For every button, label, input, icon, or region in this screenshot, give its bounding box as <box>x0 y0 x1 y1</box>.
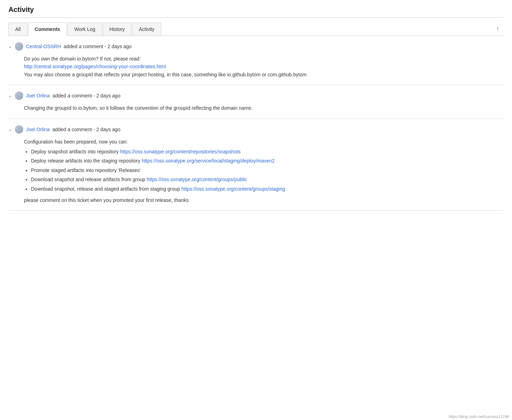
avatar <box>15 91 23 100</box>
activity-list: ⌄ Central OSSRH added a comment - 2 days… <box>8 36 504 211</box>
entry-meta: added a comment - 2 days ago <box>64 44 132 49</box>
page-title: Activity <box>8 6 504 18</box>
tab-history[interactable]: History <box>103 23 132 36</box>
tab-comments[interactable]: Comments <box>28 23 67 36</box>
chevron-down-icon[interactable]: ⌄ <box>8 127 12 132</box>
list-item-text: Download snapshot and release artifacts … <box>31 177 146 182</box>
tab-worklog[interactable]: Work Log <box>68 23 102 36</box>
author-name[interactable]: Joel Orlina <box>26 93 50 98</box>
entry-header: ⌄ Joel Orlina added a comment - 2 days a… <box>8 125 504 134</box>
tab-activity[interactable]: Activity <box>132 23 161 36</box>
list-item: Download snapshot and release artifacts … <box>31 176 504 183</box>
footer-url: https://blog.csdn.net/success11194 <box>449 414 509 419</box>
body-text: Changing the groupId to io.bytom, so it … <box>24 105 252 111</box>
tabs-bar: All Comments Work Log History Activity ↑ <box>8 23 504 36</box>
body-after: You may also choose a groupId that refle… <box>24 72 307 77</box>
list: Deploy snapshot artifacts into repositor… <box>31 148 504 193</box>
entry-header: ⌄ Central OSSRH added a comment - 2 days… <box>8 42 504 51</box>
entry-body: Changing the groupId to io.bytom, so it … <box>8 104 504 112</box>
avatar <box>15 42 23 51</box>
author-name[interactable]: Joel Orlina <box>26 127 50 132</box>
body-link[interactable]: http://central.sonatype.org/pages/choosi… <box>24 64 166 69</box>
page-container: Activity All Comments Work Log History A… <box>0 0 512 211</box>
chevron-down-icon[interactable]: ⌄ <box>8 44 12 49</box>
activity-entry: ⌄ Joel Orlina added a comment - 2 days a… <box>8 85 504 119</box>
list-item-link[interactable]: https://oss.sonatype.org/content/groups/… <box>181 186 285 192</box>
list-item-text: Deploy snapshot artifacts into repositor… <box>31 149 120 154</box>
entry-body: Do you own the domain io.bytom? If not, … <box>8 55 504 78</box>
avatar <box>15 125 23 134</box>
list-item-link[interactable]: https://oss.sonatype.org/content/groups/… <box>146 177 247 182</box>
entry-body: Configuration has been prepared, now you… <box>8 138 504 204</box>
intro-text: Configuration has been prepared, now you… <box>24 139 128 145</box>
list-item: Deploy release artifacts into the stagin… <box>31 157 504 165</box>
entry-meta: added a comment - 2 days ago <box>52 93 120 98</box>
list-item-text: Promote staged artifacts into repository… <box>31 167 141 173</box>
tab-all[interactable]: All <box>8 23 27 36</box>
list-item: Deploy snapshot artifacts into repositor… <box>31 148 504 155</box>
list-item-text: Deploy release artifacts into the stagin… <box>31 158 142 164</box>
author-name[interactable]: Central OSSRH <box>26 44 61 49</box>
list-item-link[interactable]: https://oss.sonatype.org/content/reposit… <box>120 149 241 154</box>
list-item: Download snapshot, release and staged ar… <box>31 185 504 193</box>
chevron-down-icon[interactable]: ⌄ <box>8 93 12 98</box>
entry-header: ⌄ Joel Orlina added a comment - 2 days a… <box>8 91 504 100</box>
activity-entry: ⌄ Central OSSRH added a comment - 2 days… <box>8 36 504 85</box>
body-text: Do you own the domain io.bytom? If not, … <box>24 56 141 62</box>
activity-entry: ⌄ Joel Orlina added a comment - 2 days a… <box>8 119 504 211</box>
list-item-text: Download snapshot, release and staged ar… <box>31 186 181 192</box>
list-item-link[interactable]: https://oss.sonatype.org/service/local/s… <box>142 158 274 164</box>
scroll-up-button[interactable]: ↑ <box>493 24 502 34</box>
entry-meta: added a comment - 2 days ago <box>52 127 120 132</box>
list-item: Promote staged artifacts into repository… <box>31 166 504 174</box>
footer-text: please comment on this ticket when you p… <box>24 196 504 204</box>
